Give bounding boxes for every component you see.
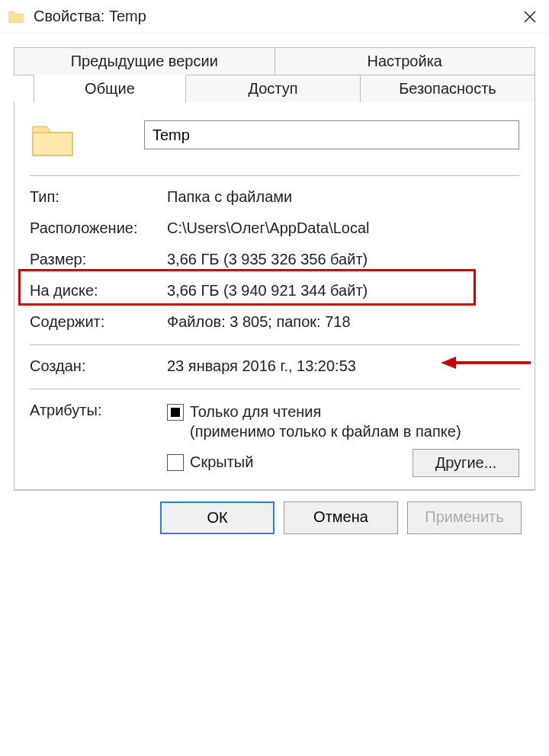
size-on-disk-label: На диске: <box>30 282 167 300</box>
separator <box>30 175 519 176</box>
created-row: Создан: 23 января 2016 г., 13:20:53 <box>30 357 519 375</box>
size-value: 3,66 ГБ (3 935 326 356 байт) <box>167 251 519 268</box>
dialog-body: Предыдущие версии Настройка Общие Доступ… <box>0 34 549 756</box>
size-on-disk-value: 3,66 ГБ (3 940 921 344 байт) <box>167 282 519 300</box>
contains-label: Содержит: <box>30 313 167 331</box>
folder-icon-large <box>30 120 75 160</box>
folder-icon <box>8 8 24 25</box>
window-title: Свойства: Temp <box>34 8 511 25</box>
size-row: Размер: 3,66 ГБ (3 935 326 356 байт) <box>30 251 519 268</box>
tab-row-top: Предыдущие версии Настройка <box>14 47 535 75</box>
tab-security[interactable]: Безопасность <box>361 75 535 103</box>
attributes-section: Атрибуты: Только для чтения (применимо т… <box>30 402 519 477</box>
readonly-label: Только для чтения (применимо только к фа… <box>190 402 519 441</box>
separator <box>30 389 519 389</box>
location-row: Расположение: C:\Users\Олег\AppData\Loca… <box>30 219 519 237</box>
folder-name-input[interactable] <box>144 120 519 149</box>
location-label: Расположение: <box>30 219 167 237</box>
tab-row-bottom: Общие Доступ Безопасность <box>14 75 535 103</box>
location-value: C:\Users\Олег\AppData\Local <box>167 219 519 237</box>
size-on-disk-row: На диске: 3,66 ГБ (3 940 921 344 байт) <box>30 282 519 300</box>
tab-general[interactable]: Общие <box>34 75 186 103</box>
titlebar: Свойства: Temp <box>0 0 549 34</box>
type-label: Тип: <box>30 188 167 206</box>
close-button[interactable] <box>511 0 549 34</box>
folder-name-row <box>30 120 519 160</box>
cancel-button[interactable]: Отмена <box>284 501 398 534</box>
separator <box>30 344 519 345</box>
size-label: Размер: <box>30 251 167 268</box>
readonly-checkbox[interactable] <box>167 404 184 421</box>
ok-button[interactable]: ОК <box>160 501 274 534</box>
properties-dialog: Свойства: Temp Предыдущие версии Настрой… <box>0 0 549 756</box>
tab-general-panel: Тип: Папка с файлами Расположение: C:\Us… <box>14 102 535 490</box>
type-value: Папка с файлами <box>167 188 519 206</box>
dialog-footer: ОК Отмена Применить <box>14 490 535 545</box>
attributes-controls: Только для чтения (применимо только к фа… <box>167 402 519 477</box>
tab-sharing[interactable]: Доступ <box>186 75 361 103</box>
tab-panel-wrap: Тип: Папка с файлами Расположение: C:\Us… <box>14 103 535 490</box>
tab-customize[interactable]: Настройка <box>275 47 536 75</box>
readonly-checkbox-row: Только для чтения (применимо только к фа… <box>167 402 519 441</box>
created-value: 23 января 2016 г., 13:20:53 <box>167 357 519 375</box>
contains-row: Содержит: Файлов: 3 805; папок: 718 <box>30 313 519 331</box>
close-icon <box>523 10 537 24</box>
contains-value: Файлов: 3 805; папок: 718 <box>167 313 519 331</box>
attributes-label: Атрибуты: <box>30 402 167 477</box>
advanced-button[interactable]: Другие... <box>413 449 519 477</box>
hidden-checkbox[interactable] <box>167 454 184 471</box>
created-label: Создан: <box>30 357 167 375</box>
tab-previous-versions[interactable]: Предыдущие версии <box>14 47 275 75</box>
type-row: Тип: Папка с файлами <box>30 188 519 206</box>
apply-button[interactable]: Применить <box>407 501 522 534</box>
